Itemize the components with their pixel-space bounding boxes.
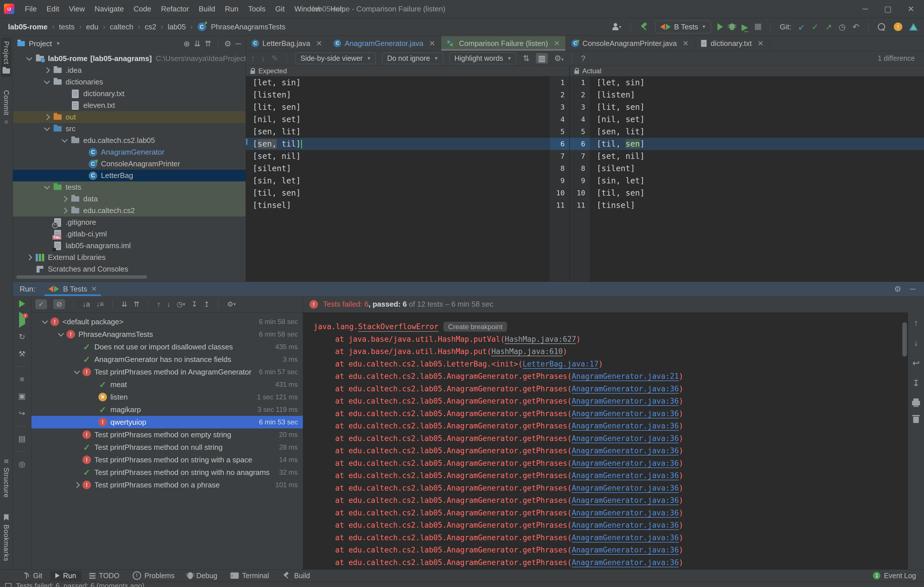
project-tree-item[interactable]: lab05-rome[lab05-anagrams]C:\Users\navya…: [13, 53, 246, 64]
stack-frame-link[interactable]: AnagramGenerator.java:36: [572, 471, 679, 480]
editor-tab[interactable]: Comparison Failure (listen)✕: [441, 36, 566, 51]
test-tree-item[interactable]: ✓Does not use or import disallowed class…: [31, 341, 303, 353]
test-tree-item[interactable]: ✓magikarp3 sec 119 ms: [31, 403, 303, 416]
breadcrumb-item[interactable]: cs2: [145, 23, 156, 31]
ignore-policy-select[interactable]: Do not ignore▼: [382, 53, 443, 64]
restore-layout-icon[interactable]: ▤: [18, 434, 26, 443]
minimize-window-icon[interactable]: ─: [862, 4, 868, 13]
exception-class-link[interactable]: StackOverflowError: [358, 322, 439, 331]
clear-console-icon[interactable]: [913, 417, 919, 423]
test-tree-item[interactable]: ✓AnagramGenerator has no instance fields…: [31, 353, 303, 366]
debug-button-icon[interactable]: [729, 23, 735, 30]
tree-expander-icon[interactable]: [44, 67, 50, 73]
project-tree-item[interactable]: out: [13, 111, 246, 123]
sort-by-duration-icon[interactable]: ↓≡: [96, 300, 104, 308]
stack-frame-link[interactable]: AnagramGenerator.java:21: [572, 372, 679, 381]
project-tree-item[interactable]: edu.caltech.cs2.lab05: [13, 135, 246, 146]
menu-item-refactor[interactable]: Refactor: [156, 5, 194, 13]
tool-window-button-project[interactable]: Project: [1, 38, 12, 77]
locate-file-icon[interactable]: ⊕: [183, 39, 190, 48]
menu-item-code[interactable]: Code: [129, 5, 156, 13]
actual-pane[interactable]: [let, sin][listen][lit, sen][nil, set][s…: [590, 76, 924, 282]
test-tree-item[interactable]: !PhraseAnagramsTests6 min 58 sec: [31, 328, 303, 341]
stack-frame-link[interactable]: HashMap.java:610: [492, 347, 563, 356]
test-tree-item[interactable]: !Test printPhrases method on a phrase101…: [31, 478, 303, 491]
event-log-button[interactable]: 1 Event Log: [873, 572, 916, 580]
tree-expander-icon[interactable]: [44, 114, 50, 120]
tool-window-button-problems[interactable]: !Problems: [127, 571, 180, 581]
project-tree-item[interactable]: Scratches and Consoles: [13, 263, 246, 275]
close-tab-icon[interactable]: ✕: [316, 39, 322, 48]
close-tab-icon[interactable]: ✕: [429, 39, 436, 48]
stack-frame-link[interactable]: AnagramGenerator.java:36: [572, 558, 679, 567]
previous-difference-icon[interactable]: ↑: [251, 54, 255, 63]
project-panel-title[interactable]: Project: [29, 40, 52, 48]
stop-button-icon[interactable]: [755, 24, 761, 30]
project-tree-item[interactable]: External Libraries: [13, 252, 246, 263]
menu-item-git[interactable]: Git: [271, 5, 289, 13]
rerun-tests-icon[interactable]: [19, 300, 25, 307]
tool-window-button-git[interactable]: Git: [18, 571, 47, 581]
editor-tab[interactable]: dictionary.txt✕: [695, 36, 770, 51]
git-push-icon[interactable]: ↗: [825, 22, 832, 32]
menu-item-run[interactable]: Run: [220, 5, 243, 13]
project-tree-item[interactable]: eleven.txt: [13, 99, 246, 111]
sort-alphabetically-icon[interactable]: ↓a: [82, 300, 90, 308]
tree-expander-icon[interactable]: [62, 208, 68, 214]
rerun-failed-tests-icon[interactable]: !: [19, 315, 25, 324]
stack-frame-link[interactable]: AnagramGenerator.java:36: [572, 546, 679, 554]
run-panel-settings-gear-icon[interactable]: ⚙: [894, 284, 901, 294]
test-settings-wrench-icon[interactable]: ⚒: [18, 350, 25, 359]
previous-failed-test-icon[interactable]: ↑: [157, 300, 160, 308]
maximize-window-icon[interactable]: ▢: [884, 4, 891, 14]
stack-frame-link[interactable]: HashMap.java:627: [505, 335, 576, 343]
stack-frame-link[interactable]: AnagramGenerator.java:36: [572, 409, 679, 418]
edit-source-icon[interactable]: ✎: [272, 54, 278, 63]
project-horizontal-scrollbar[interactable]: [16, 275, 242, 279]
expected-pane[interactable]: [let, sin][listen][lit, sen][nil, set][s…: [246, 76, 549, 282]
tree-expander-icon[interactable]: [62, 137, 68, 143]
collapse-unchanged-icon[interactable]: ⇅: [523, 54, 529, 63]
menu-item-tools[interactable]: Tools: [243, 5, 271, 13]
attach-debugger-icon[interactable]: ↪: [19, 409, 25, 418]
test-tree-item[interactable]: !<default package>6 min 58 sec: [31, 315, 303, 328]
project-tree-item[interactable]: YML.gitlab-ci.yml: [13, 228, 246, 240]
project-tree-item[interactable]: data: [13, 193, 246, 205]
expand-all-icon[interactable]: ⇊: [194, 39, 200, 48]
test-history-icon[interactable]: ◷▾: [177, 300, 185, 308]
git-rollback-icon[interactable]: ↶: [853, 22, 859, 32]
run-button-icon[interactable]: [718, 23, 723, 30]
project-tree-item[interactable]: src: [13, 123, 246, 135]
project-view-dropdown-icon[interactable]: ▼: [56, 41, 61, 46]
editor-tab[interactable]: CLetterBag.java✕: [246, 36, 328, 51]
user-profile-icon[interactable]: ▾: [612, 23, 621, 31]
project-tree-item[interactable]: .idea: [13, 64, 246, 76]
search-everywhere-icon[interactable]: [878, 23, 885, 31]
help-icon[interactable]: ?: [581, 54, 586, 63]
tree-expander-icon[interactable]: [62, 196, 68, 202]
hide-run-panel-icon[interactable]: ─: [910, 284, 916, 294]
project-tree-item[interactable]: dictionary.txt: [13, 88, 246, 99]
close-run-tab-icon[interactable]: ✕: [91, 285, 97, 293]
project-tree-item[interactable]: lab05-anagrams.iml: [13, 240, 246, 252]
close-tab-icon[interactable]: ✕: [683, 39, 689, 48]
tree-expander-icon[interactable]: [42, 318, 48, 324]
tree-expander-icon[interactable]: [44, 183, 50, 190]
tool-window-button-build[interactable]: Build: [277, 571, 315, 581]
ide-update-icon[interactable]: ↑: [894, 23, 903, 31]
close-tab-icon[interactable]: ✕: [757, 39, 764, 48]
tool-window-button-commit[interactable]: Commit ⊙: [1, 87, 12, 129]
project-settings-gear-icon[interactable]: ⚙: [224, 39, 231, 48]
scroll-down-icon[interactable]: ↓: [914, 338, 918, 348]
tree-expander-icon[interactable]: [44, 78, 50, 84]
test-tree-item[interactable]: ✓meat431 ms: [31, 378, 303, 391]
git-history-icon[interactable]: ◷: [839, 22, 846, 32]
console-scrollbar[interactable]: [903, 322, 907, 356]
menu-item-build[interactable]: Build: [194, 5, 220, 13]
stop-process-icon[interactable]: ■: [20, 375, 24, 384]
tool-window-button-debug[interactable]: Debug: [183, 571, 223, 581]
collapse-all-icon[interactable]: ⇈: [205, 39, 211, 48]
pin-tab-icon[interactable]: ◎: [18, 460, 25, 468]
test-tree-item[interactable]: ✕listen1 sec 121 ms: [31, 391, 303, 403]
import-test-results-icon[interactable]: ↧: [191, 300, 197, 308]
